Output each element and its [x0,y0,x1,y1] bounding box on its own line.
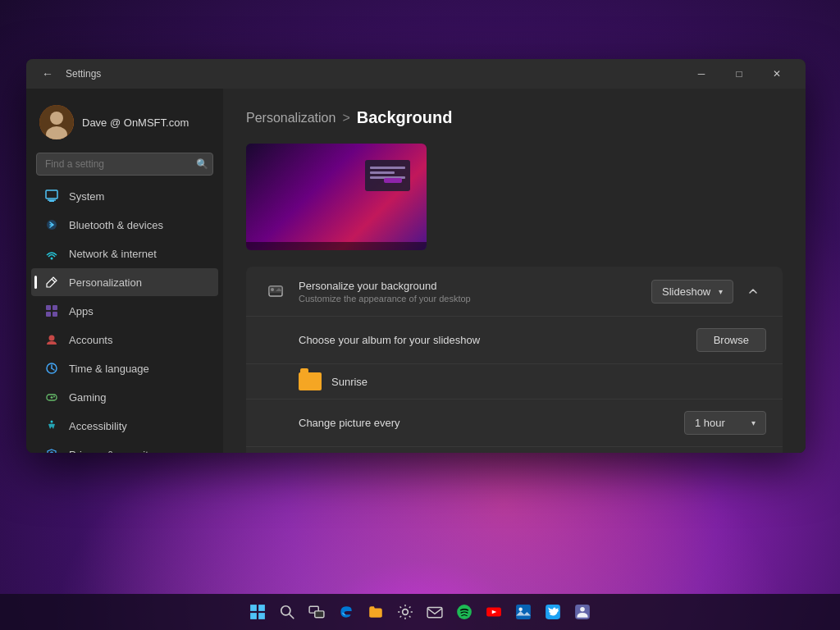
svg-point-35 [403,609,409,615]
time-icon [44,361,59,376]
bluetooth-icon [44,217,59,232]
album-name: Sunrise [331,376,368,388]
youtube-button[interactable] [482,600,505,623]
svg-rect-11 [46,312,51,317]
svg-point-41 [518,607,522,610]
apps-icon [44,304,59,318]
svg-point-44 [580,607,585,612]
change-picture-row: Change picture every 1 hour ▾ [246,399,783,447]
svg-point-1 [50,112,63,125]
maximize-button[interactable]: □ [720,59,758,89]
preview-line-2 [370,171,395,174]
nav-list: System Bluetooth & devices [26,182,223,453]
sidebar: Dave @ OnMSFT.com 🔍 System [26,89,223,453]
avatar [39,105,74,139]
sidebar-item-network[interactable]: Network & internet [31,240,218,267]
desktop-preview [246,144,427,250]
twitter-button[interactable] [541,600,564,623]
chevron-down-icon: ▾ [719,287,723,296]
change-picture-value: 1 hour [695,417,725,429]
system-icon [44,189,59,203]
browse-button[interactable]: Browse [696,328,766,352]
taskbar [0,594,840,630]
network-icon [44,246,59,261]
sidebar-item-system[interactable]: System [31,182,218,210]
minimize-button[interactable]: ─ [682,59,720,89]
change-picture-control: 1 hour ▾ [684,411,766,435]
back-button[interactable]: ← [36,62,59,85]
personalization-icon [44,275,59,290]
accessibility-icon [44,418,59,433]
svg-rect-9 [46,305,51,310]
mail-button[interactable] [423,600,446,623]
taskbar-search-button[interactable] [276,600,299,623]
search-input[interactable] [36,153,213,176]
choose-album-label: Choose your album for your slideshow [299,334,696,346]
sidebar-item-privacy[interactable]: Privacy & security [31,441,218,453]
change-picture-dropdown[interactable]: 1 hour ▾ [684,411,766,435]
svg-rect-29 [250,613,257,619]
sidebar-item-bluetooth[interactable]: Bluetooth & devices [31,211,218,239]
sidebar-item-personalization[interactable]: Personalization [31,268,218,296]
sidebar-item-time[interactable]: Time & language [31,354,218,382]
gaming-label: Gaming [69,391,107,404]
spotify-button[interactable] [453,600,476,623]
sidebar-item-gaming[interactable]: Gaming [31,383,218,411]
privacy-icon [44,447,59,453]
edge-button[interactable] [335,600,358,623]
personalize-bg-text: Personalize your background Customize th… [299,280,651,304]
settings-window: ← Settings ─ □ ✕ Dave @ OnMSFT.com [26,59,806,453]
taskbar-settings-button[interactable] [394,600,417,623]
bluetooth-label: Bluetooth & devices [69,219,163,231]
title-bar: ← Settings ─ □ ✕ [26,59,806,89]
sidebar-item-accounts[interactable]: Accounts [31,326,218,354]
choose-album-row: Choose your album for your slideshow Bro… [246,317,783,364]
slideshow-value: Slideshow [662,285,710,298]
sidebar-item-apps[interactable]: Apps [31,297,218,325]
collapse-icon[interactable] [740,278,766,304]
choose-album-text: Choose your album for your slideshow [299,334,696,346]
svg-rect-28 [258,605,265,611]
preview-window [365,160,410,191]
apps-label: Apps [69,305,94,317]
svg-rect-40 [516,605,531,619]
svg-rect-27 [250,605,257,611]
folder-icon [299,372,322,390]
svg-point-13 [49,336,55,341]
start-button[interactable] [246,600,269,623]
slideshow-dropdown[interactable]: Slideshow ▾ [651,280,733,304]
explorer-button[interactable] [364,600,387,623]
svg-point-20 [53,396,55,398]
personalize-bg-icon [262,278,289,304]
personalize-bg-row: Personalize your background Customize th… [246,267,783,317]
svg-point-21 [51,421,53,423]
shuffle-row: Shuffle the picture order On [246,447,783,453]
preview-background [246,144,427,250]
svg-rect-3 [46,190,57,199]
network-label: Network & internet [69,248,157,260]
search-icon: 🔍 [196,158,208,170]
sidebar-item-accessibility[interactable]: Accessibility [31,412,218,440]
svg-rect-30 [258,613,265,619]
preview-taskbar [246,242,427,250]
close-button[interactable]: ✕ [758,59,796,89]
window-title: Settings [59,68,682,80]
task-view-button[interactable] [305,600,328,623]
teams-button[interactable] [571,600,594,623]
privacy-label: Privacy & security [69,449,153,454]
breadcrumb-parent: Personalization [246,111,336,126]
choose-album-control: Browse [696,328,766,352]
album-entry-row: Sunrise [246,364,783,399]
search-box: 🔍 [36,153,213,176]
accounts-icon [44,332,59,347]
svg-line-32 [290,614,294,619]
photos-button[interactable] [512,600,535,623]
breadcrumb: Personalization > Background [246,108,783,127]
personalize-bg-control: Slideshow ▾ [651,278,766,304]
user-name: Dave @ OnMSFT.com [82,116,189,129]
time-label: Time & language [69,363,149,375]
svg-line-8 [52,279,55,282]
breadcrumb-separator: > [342,111,349,126]
svg-rect-10 [52,305,57,310]
change-picture-text: Change picture every [299,417,684,429]
